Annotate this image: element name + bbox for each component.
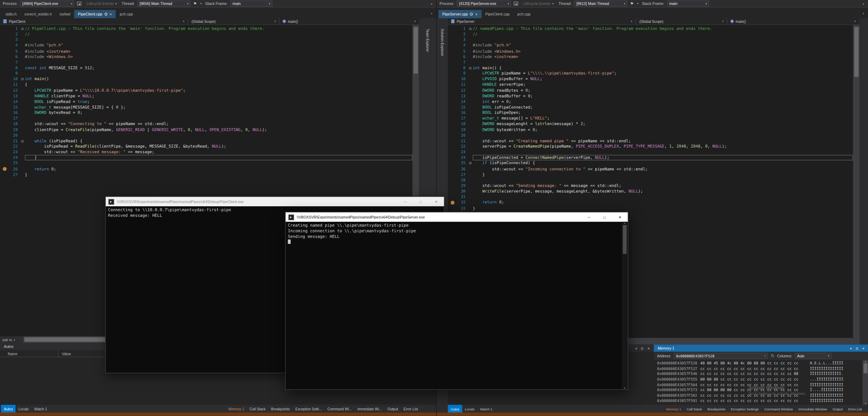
fold-icon[interactable]: ⊟: [20, 77, 25, 82]
refresh-icon[interactable]: ↻: [771, 353, 774, 358]
code-line[interactable]: 7: [0, 60, 413, 65]
sidebar-tab-team-explorer[interactable]: Team Explorer: [426, 29, 429, 52]
code-line[interactable]: 21 std::wcout << "Creating named pipe " …: [448, 138, 853, 144]
tool-tab-memory-1[interactable]: Memory 1: [663, 405, 684, 412]
tab-close-icon[interactable]: ✕: [109, 12, 112, 15]
doc-tab-pipeserver-cpp[interactable]: PipeServer.cpp✕: [439, 10, 481, 18]
code-line[interactable]: 19 clientPipe = CreateFile(pipeName, GEN…: [0, 127, 413, 132]
code-line[interactable]: 1⊟// PipeClient.cpp : This file contains…: [0, 26, 413, 32]
tool-tab-watch-1[interactable]: Watch 1: [477, 405, 495, 412]
doc-tab-corecrt-wstdio-h[interactable]: corecrt_wstdio.h: [20, 10, 56, 18]
doc-tab-pch-cpp[interactable]: pch.cpp: [116, 10, 137, 18]
tool-tab-breakpoints[interactable]: Breakpoints: [705, 405, 728, 412]
window-position-icon[interactable]: ▾: [850, 346, 851, 350]
tool-tab-immediate-window[interactable]: Immediate Window: [796, 405, 830, 412]
code-line[interactable]: 18 DWORD messageLenght = lstrlen(message…: [448, 121, 853, 127]
tool-tab-locals[interactable]: Locals: [462, 405, 477, 412]
code-line[interactable]: 18 std::wcout << "Connecting to " << pip…: [0, 121, 413, 127]
thread-combobox[interactable]: [9656] Main Thread ▾: [138, 1, 191, 7]
code-line[interactable]: 3: [0, 37, 413, 43]
code-line[interactable]: 9 LPCWSTR pipeName = L"\\\\.\\pipe\\mant…: [448, 71, 853, 77]
code-line[interactable]: 7: [448, 60, 853, 65]
console-scrollbar[interactable]: ▲ ▼: [622, 222, 628, 389]
tool-tab-breakpoints[interactable]: Breakpoints: [268, 405, 293, 412]
console-titlebar[interactable]: \\VBOXSVR\Experiments\namedPipes\namedPi…: [286, 212, 628, 222]
code-line[interactable]: 22 isPipeRead = ReadFile(clientPipe, &me…: [0, 144, 413, 149]
tool-tab-command-wi-[interactable]: Command Wi...: [325, 405, 355, 412]
breakpoint-icon[interactable]: [450, 201, 454, 204]
close-icon[interactable]: ✕: [647, 346, 650, 350]
code-line[interactable]: 27 }: [448, 172, 853, 177]
fold-icon[interactable]: ⊟: [20, 26, 25, 32]
scrollbar-thumb[interactable]: [414, 27, 418, 73]
memory-row[interactable]: 0x000000E43057F591cc cc cc cc cc cc cc c…: [657, 399, 862, 404]
window-position-icon[interactable]: ▾: [636, 346, 637, 350]
process-combobox[interactable]: [4120] PipeServer.exe ▾: [457, 1, 511, 7]
columns-dropdown[interactable]: Auto ▾: [795, 353, 831, 359]
project-dropdown[interactable]: PipeClient ▾: [0, 18, 188, 24]
tool-tab-call-stack[interactable]: Call Stack: [247, 405, 268, 412]
flag-icon[interactable]: ⚑: [193, 1, 197, 7]
scroll-down-icon[interactable]: ▼: [864, 402, 867, 405]
tool-tab-error-list[interactable]: Error List: [845, 405, 865, 412]
code-line[interactable]: 3: [448, 37, 853, 43]
tool-tab-exception-settings[interactable]: Exception Settings: [728, 405, 761, 412]
code-line[interactable]: 17 wchar_t message[] = L"HELL";: [448, 116, 853, 121]
stack-frame-combobox[interactable]: main ▾: [667, 1, 709, 7]
scope-dropdown[interactable]: (Global Scope) ▾: [188, 18, 280, 24]
close-icon[interactable]: ✕: [862, 346, 864, 350]
pin-icon[interactable]: ⊡: [856, 346, 858, 350]
memory-row[interactable]: 0x000000E43057F52848 00 45 00 4c 00 4c 0…: [657, 361, 862, 366]
code-line[interactable]: 15 BOOL isPipeConnected;: [448, 104, 853, 110]
method-dropdown[interactable]: main() ▾: [280, 18, 419, 24]
editor-vertical-scrollbar[interactable]: [853, 25, 860, 338]
memory-panel-titlebar[interactable]: Memory 1 ▾ ⊡ ✕: [654, 345, 868, 352]
code-line[interactable]: 5#include <iostream>: [0, 48, 413, 54]
code-line[interactable]: 8const int MESSAGE_SIZE = 512;: [0, 65, 413, 71]
lifecycle-events-icon[interactable]: [514, 2, 518, 6]
code-line[interactable]: 14 int err = 0;: [448, 99, 853, 104]
code-line[interactable]: 1⊟// namedPipes.cpp : This file contains…: [448, 26, 853, 32]
scrollbar-thumb[interactable]: [623, 225, 627, 254]
pin-icon[interactable]: ⊡: [641, 346, 643, 350]
column-header-name[interactable]: Name: [0, 350, 59, 357]
code-line[interactable]: 16 BOOL isPipeOpen;: [448, 110, 853, 116]
code-line[interactable]: 17: [0, 116, 413, 121]
code-line[interactable]: 26 return 0;: [0, 166, 413, 172]
doc-tab-pch-cpp[interactable]: pch.cpp: [513, 10, 535, 18]
minimize-button[interactable]: ─: [397, 197, 413, 206]
toolbar-overflow-icon[interactable]: ▾: [863, 2, 865, 5]
code-line[interactable]: 32 return 0;: [448, 200, 853, 206]
scrollbar-thumb[interactable]: [863, 363, 867, 373]
close-button[interactable]: ✕: [428, 197, 444, 206]
scroll-up-icon[interactable]: ▲: [624, 222, 626, 225]
tool-tab-output[interactable]: Output: [385, 405, 401, 412]
filter-icon[interactable]: ▼: [636, 1, 639, 7]
tool-tab-output[interactable]: Output: [830, 405, 845, 412]
code-line[interactable]: 4#include "pch.h": [0, 43, 413, 48]
tool-tab-watch-1[interactable]: Watch 1: [31, 405, 50, 412]
code-line[interactable]: 20: [0, 132, 413, 138]
code-line[interactable]: 21⊟ while (isPipeRead) {: [0, 138, 413, 144]
zoom-dropdown[interactable]: 100 % ▾: [0, 336, 23, 343]
code-line[interactable]: 10⊟int main(): [0, 77, 413, 82]
fold-icon[interactable]: ⊟: [468, 65, 473, 71]
code-line[interactable]: 11 HANDLE serverPipe;: [448, 82, 853, 88]
thread-combobox[interactable]: [9612] Main Thread ▾: [574, 1, 627, 7]
fold-icon[interactable]: ⊟: [468, 161, 473, 166]
maximize-button[interactable]: □: [597, 212, 612, 222]
code-line[interactable]: 11{: [0, 82, 413, 88]
flag-icon[interactable]: ⚑: [630, 1, 634, 7]
sidebar-tab-solution-explorer[interactable]: Solution Explorer: [440, 29, 444, 56]
code-line[interactable]: 6#include <Windows.h>: [0, 54, 413, 60]
breakpoint-icon[interactable]: [2, 167, 6, 171]
code-line[interactable]: 14 BOOL isPipeRead = true;: [0, 99, 413, 104]
tab-overflow-icon[interactable]: ▾: [427, 11, 436, 14]
tool-tab-immediate-wi-[interactable]: Immediate Wi...: [355, 405, 385, 412]
console-output[interactable]: Creating named pipe \\.\pipe\mantvydas-f…: [286, 222, 621, 389]
toolbar-overflow-icon[interactable]: ▾: [431, 2, 433, 5]
filter-icon[interactable]: ▼: [200, 1, 203, 7]
scrollbar-thumb[interactable]: [24, 337, 119, 342]
scroll-down-icon[interactable]: ▼: [624, 386, 626, 389]
scrollbar-thumb[interactable]: [854, 27, 859, 77]
